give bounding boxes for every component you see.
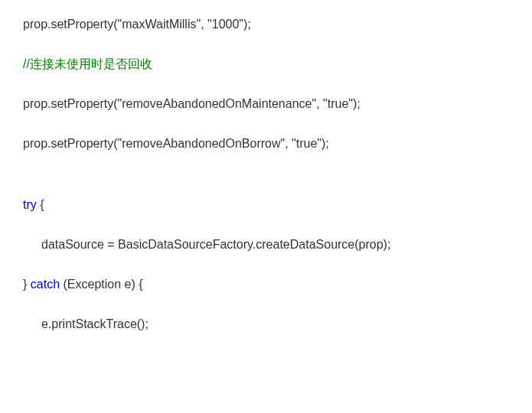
string-literal: "removeAbandonedOnBorrow"	[118, 137, 286, 150]
code-text: prop.setProperty(	[23, 137, 118, 150]
code-line-5: try {	[23, 196, 509, 214]
code-text: );	[353, 97, 361, 110]
code-line-2: //连接未使用时是否回收	[23, 55, 509, 73]
code-text: e.printStackTrace();	[41, 317, 149, 330]
code-text: ,	[285, 137, 292, 150]
string-literal: "true"	[323, 97, 353, 110]
string-literal: "1000"	[207, 18, 243, 31]
string-literal: "removeAbandonedOnMaintenance"	[118, 97, 317, 110]
code-text: ,	[316, 97, 323, 110]
code-text: prop.setProperty(	[23, 18, 118, 31]
code-text: (Exception e) {	[60, 278, 143, 291]
code-text: ,	[201, 18, 207, 31]
blank-line	[23, 174, 509, 196]
code-text: prop.setProperty(	[23, 97, 118, 110]
string-literal: "maxWaitMillis"	[118, 18, 201, 31]
code-text: );	[243, 18, 251, 31]
code-line-6: dataSource = BasicDataSourceFactory.crea…	[23, 236, 509, 254]
code-text: dataSource = BasicDataSourceFactory.crea…	[41, 238, 390, 251]
string-literal: "true"	[292, 137, 321, 150]
code-line-3: prop.setProperty("removeAbandonedOnMaint…	[23, 95, 509, 113]
code-text: );	[321, 137, 329, 150]
code-text: }	[23, 278, 31, 291]
code-line-4: prop.setProperty("removeAbandonedOnBorro…	[23, 135, 509, 153]
comment-text: //连接未使用时是否回收	[23, 57, 152, 70]
code-line-8: e.printStackTrace();	[23, 315, 509, 333]
code-text: {	[37, 198, 44, 211]
keyword-catch: catch	[31, 278, 60, 291]
keyword-try: try	[23, 198, 37, 211]
code-line-1: prop.setProperty("maxWaitMillis", "1000"…	[23, 15, 509, 34]
code-line-7: } catch (Exception e) {	[23, 275, 509, 294]
